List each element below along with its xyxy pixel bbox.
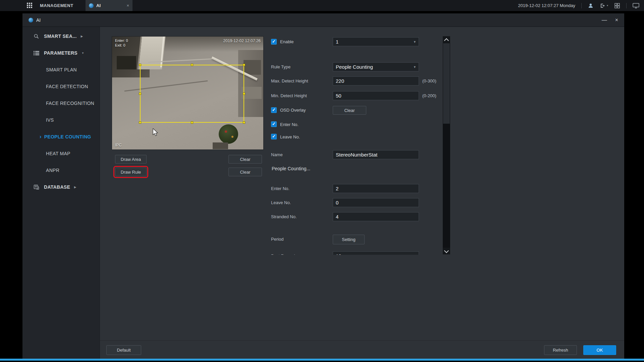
logout-icon[interactable]: ▾ [600, 3, 608, 9]
ai-window-icon [29, 18, 33, 22]
channel-select[interactable]: 1 [333, 37, 419, 46]
chevron-down-icon: ▾ [607, 4, 608, 7]
rect-handle[interactable] [243, 93, 245, 95]
leave-no-check-label: Leave No. [280, 134, 300, 140]
close-icon[interactable]: × [615, 17, 618, 23]
form-scrollbar[interactable] [443, 36, 450, 254]
ai-taskbar-tab[interactable]: AI × [86, 0, 132, 11]
window-titlebar: AI — × [22, 13, 624, 27]
screen-layout-icon[interactable] [614, 3, 620, 9]
enable-row: Enable 1 [268, 37, 442, 46]
stranded-no-input[interactable] [333, 212, 419, 221]
smart-search-icon [34, 34, 39, 39]
rect-handle[interactable] [191, 64, 193, 66]
sidebar-item-face-recognition[interactable]: FACE RECOGNITION [22, 95, 100, 112]
enter-no-check-label: Enter No. [280, 121, 299, 128]
rect-handle[interactable] [243, 64, 245, 66]
period-setting-button[interactable]: Setting [333, 235, 365, 244]
video-timestamp-overlay: 2019-12-02 12:07:26 [223, 39, 261, 43]
ai-app-icon [89, 3, 94, 8]
stranded-no-row: Stranded No. [268, 212, 442, 221]
leave-no-checkbox[interactable] [271, 134, 277, 139]
ok-button[interactable]: OK [583, 345, 616, 355]
sidebar-item-label: IVS [46, 117, 54, 123]
rect-handle[interactable] [243, 121, 245, 124]
name-input[interactable] [333, 150, 419, 159]
enter-no-check-row: Enter No. [268, 121, 442, 128]
video-preview[interactable]: Enter: 0 Exit: 0 2019-12-02 12:07:26 IPC [112, 36, 264, 150]
database-icon [34, 184, 39, 190]
sidebar-item-smart-plan[interactable]: SMART PLAN [22, 61, 100, 78]
rule-type-row: Rule Type People Counting [268, 62, 442, 71]
default-button[interactable]: Default [106, 345, 141, 355]
record-row: Post Record s [268, 251, 442, 255]
expand-arrow-icon: ▶ [81, 35, 83, 38]
system-datetime: 2019-12-02 12:07:27 Monday [518, 3, 575, 8]
period-row: Period Setting [268, 235, 442, 244]
scrollbar-thumb[interactable] [443, 43, 450, 124]
channel-name-overlay: IPC [115, 143, 122, 147]
draw-rule-button[interactable]: Draw Rule [115, 168, 147, 176]
sidebar-item-heat-map[interactable]: HEAT MAP [22, 145, 100, 162]
max-detect-height-input[interactable] [333, 76, 419, 85]
period-label: Period [271, 235, 284, 244]
enter-no-row: Enter No. [268, 184, 442, 193]
enable-checkbox[interactable] [271, 39, 277, 45]
tab-close-icon[interactable]: × [126, 3, 129, 8]
rect-handle[interactable] [191, 121, 193, 124]
leave-no-label: Leave No. [271, 198, 291, 207]
scene-shape [231, 136, 233, 138]
enter-count-overlay: Enter: 0 [115, 39, 128, 43]
display-monitor-icon[interactable] [633, 3, 639, 9]
sidebar-group-smart-search[interactable]: SMART SEA... ▶ [22, 28, 100, 45]
enter-no-label: Enter No. [271, 184, 289, 193]
min-detect-height-input[interactable] [333, 91, 419, 100]
sidebar-item-label: FACE DETECTION [46, 84, 88, 89]
clear-rule-button[interactable]: Clear [228, 168, 262, 176]
minimize-icon[interactable]: — [602, 17, 607, 23]
sidebar-group-parameters[interactable]: PARAMETERS ▼ [22, 45, 100, 61]
management-menu[interactable]: MANAGEMENT [40, 0, 73, 11]
scene-shape [213, 142, 228, 149]
refresh-button[interactable]: Refresh [544, 345, 577, 355]
scene-shape [117, 56, 136, 69]
sidebar-item-label: HEAT MAP [46, 151, 70, 156]
divider [581, 3, 582, 8]
sidebar-item-ivs[interactable]: IVS [22, 112, 100, 128]
rule-type-select[interactable]: People Counting [333, 62, 419, 71]
leave-no-input[interactable] [333, 198, 419, 207]
rule-type-label: Rule Type [271, 62, 290, 71]
record-unit: s [422, 251, 425, 255]
osd-overlay-label: OSD Overlay [280, 107, 306, 113]
enter-no-checkbox[interactable] [271, 121, 277, 127]
enter-no-input[interactable] [333, 184, 419, 193]
counting-area-rect[interactable] [140, 65, 244, 123]
min-detect-height-hint: (0-200) [422, 91, 436, 100]
osd-overlay-checkbox[interactable] [271, 107, 277, 113]
ai-window: AI — × SMART SEA... ▶ PARAMETERS [22, 13, 624, 359]
exit-count-overlay: Exit: 0 [115, 43, 125, 47]
scroll-up-icon[interactable] [443, 36, 450, 43]
user-account-icon[interactable] [588, 3, 594, 9]
sidebar-item-face-detection[interactable]: FACE DETECTION [22, 78, 100, 95]
scroll-down-icon[interactable] [443, 248, 450, 254]
settings-form: Enable 1 Rule Type People Counting Max. … [268, 34, 442, 255]
expand-arrow-icon: ▶ [74, 186, 76, 189]
scene-shape [225, 130, 227, 133]
clear-area-button[interactable]: Clear [228, 155, 262, 164]
sidebar-item-people-counting[interactable]: › PEOPLE COUNTING [22, 128, 100, 145]
draw-area-button[interactable]: Draw Area [115, 155, 147, 164]
osd-clear-button[interactable]: Clear [333, 106, 366, 115]
rect-handle[interactable] [139, 121, 141, 124]
footer-bar: Default Refresh OK [100, 340, 624, 359]
apps-grid-icon[interactable] [27, 3, 33, 10]
sidebar-item-anpr[interactable]: ANPR [22, 162, 100, 179]
sidebar-group-database[interactable]: DATABASE ▶ [22, 179, 100, 195]
min-detect-height-label: Min. Detect Height [271, 91, 307, 100]
record-input[interactable] [333, 251, 419, 255]
rect-handle[interactable] [139, 64, 141, 66]
ai-tab-label: AI [96, 3, 101, 8]
name-row: Name [268, 150, 442, 159]
rect-handle[interactable] [139, 93, 141, 95]
leave-no-check-row: Leave No. [268, 134, 442, 140]
